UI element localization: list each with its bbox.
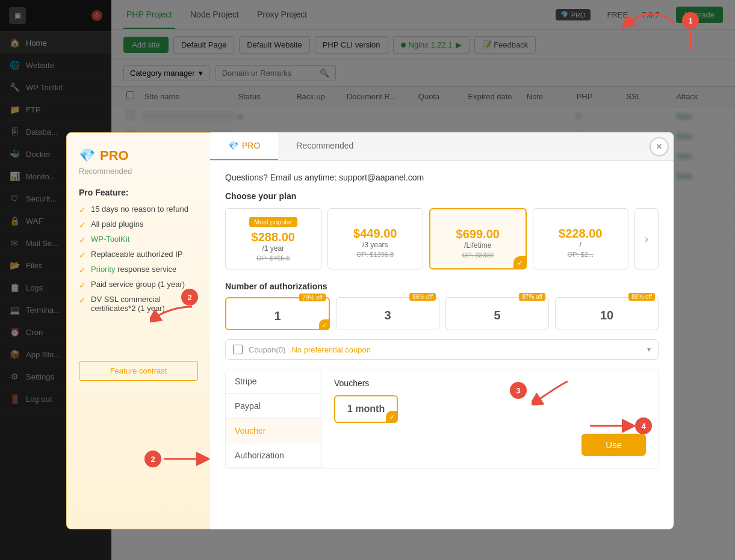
pro-right-panel: 💎 PRO Recommended × Questions? Email us … xyxy=(210,132,674,529)
pro-left-panel: 💎 PRO Recommended Pro Feature: ✓ 15 days… xyxy=(66,132,211,529)
auth-num-1: 1 xyxy=(232,309,323,323)
pro-feature-item: ✓ Paid service group (1 year) xyxy=(79,280,198,290)
coupon-text: No preferential coupon xyxy=(291,345,641,354)
modal-body: Questions? Email us anytime: support@aap… xyxy=(210,161,674,481)
auth-card-5[interactable]: 87% off 5 xyxy=(445,297,549,330)
step3-annotation: 3 xyxy=(510,375,580,405)
payment-voucher[interactable]: Voucher xyxy=(226,419,321,443)
payment-section: Stripe Paypal Voucher Authorization Vouc… xyxy=(225,369,659,469)
check-icon: ✓ xyxy=(79,205,86,215)
feature-service: Paid service group (1 year) xyxy=(91,280,185,289)
feature-priority: Priority response service xyxy=(91,265,176,274)
auth-title: Number of authorizations xyxy=(225,282,659,291)
check-icon: ✓ xyxy=(79,235,86,245)
auth-off-badge: 79% off xyxy=(299,294,326,301)
priority-text: Priority xyxy=(91,265,115,274)
plan-card-other[interactable]: $228.00 / OP: $2... xyxy=(533,208,629,269)
step2-voucher-annotation: 2 xyxy=(144,450,209,468)
step3-badge: 3 xyxy=(510,382,527,399)
diamond-icon: 💎 xyxy=(79,148,95,164)
coupon-chevron-icon: ▾ xyxy=(647,345,651,354)
modal-diamond-icon: 💎 xyxy=(228,141,238,150)
plan-op-1year: OP: $465.6 xyxy=(233,254,314,262)
voucher-month-text: 1 month xyxy=(347,404,385,414)
payment-methods: Stripe Paypal Voucher Authorization Vouc… xyxy=(226,369,658,468)
modal-tab-pro-label: PRO xyxy=(242,141,260,150)
modal-tab-recommended[interactable]: Recommended xyxy=(278,132,371,160)
step2-voucher-arrow xyxy=(161,450,209,468)
check-icon: ✓ xyxy=(79,265,86,275)
voucher-title: Vouchers xyxy=(334,378,646,388)
voucher-check-icon: ✓ xyxy=(386,411,398,423)
payment-left: Stripe Paypal Voucher Authorization xyxy=(226,369,322,468)
auth-card-1[interactable]: 79% off 1 xyxy=(225,297,330,330)
step3-arrow xyxy=(532,375,580,405)
plan-title: Choose your plan xyxy=(225,191,659,201)
modal-tab-recommended-label: Recommended xyxy=(296,141,353,150)
auth-off-badge: 86% off xyxy=(409,293,436,301)
coupon-label: Coupon(0) xyxy=(249,345,285,354)
check-icon: ✓ xyxy=(79,295,86,305)
payment-paypal[interactable]: Paypal xyxy=(226,394,321,419)
step1-arrow xyxy=(615,0,735,48)
plan-card-3years[interactable]: $449.00 /3 years OP: $1396.8 xyxy=(327,208,424,269)
check-icon: ✓ xyxy=(79,280,86,290)
plan-price-3years: $449.00 xyxy=(335,227,416,241)
step2-badge-2: 2 xyxy=(144,451,161,467)
pro-feature-item: ✓ Replaceable authorized IP xyxy=(79,250,198,260)
auth-num-5: 5 xyxy=(452,309,542,322)
auth-num-3: 3 xyxy=(343,309,433,322)
plan-op-other: OP: $2... xyxy=(541,251,621,258)
auth-off-badge: 87% off xyxy=(519,293,545,301)
feature-refund: 15 days no reason to refund xyxy=(91,205,188,214)
feature-plugins: All paid plugins xyxy=(91,220,143,229)
plan-period-3years: /3 years xyxy=(335,241,416,249)
modal-tab-pro[interactable]: 💎 PRO xyxy=(210,132,278,160)
plan-period-other: / xyxy=(541,241,621,249)
modal-close-button[interactable]: × xyxy=(650,137,669,156)
plan-period-1year: /1 year xyxy=(233,244,314,253)
plan-card-1year[interactable]: Most popular $288.00 /1 year OP: $465.6 xyxy=(225,208,321,269)
auth-card-3[interactable]: 86% off 3 xyxy=(336,297,439,330)
voucher-month-card[interactable]: 1 month ✓ xyxy=(334,395,398,423)
modal-email-text: Questions? Email us anytime: support@aap… xyxy=(225,173,659,182)
plan-card-lifetime[interactable]: $699.00 /Lifetime OP: $3330 xyxy=(429,208,527,269)
step2-badge: 2 xyxy=(181,289,198,306)
plan-op-lifetime: OP: $3330 xyxy=(438,251,518,259)
plan-price-lifetime: $699.00 xyxy=(438,227,518,241)
payment-authorization[interactable]: Authorization xyxy=(226,443,321,468)
step4-arrow xyxy=(587,414,635,438)
payment-stripe[interactable]: Stripe xyxy=(226,369,321,394)
plan-price-other: $228.00 xyxy=(541,227,621,241)
step4-annotation: 4 xyxy=(587,414,652,438)
check-icon: ✓ xyxy=(79,220,86,230)
feature-contrast-button[interactable]: Feature contrast xyxy=(79,361,198,381)
auth-off-badge: 88% off xyxy=(628,293,655,301)
pro-feature-item: ✓ 15 days no reason to refund xyxy=(79,205,198,215)
most-popular-badge: Most popular xyxy=(249,217,297,227)
pro-feature-title: Pro Feature: xyxy=(79,188,198,197)
plan-op-3years: OP: $1396.8 xyxy=(335,251,416,258)
auth-section: Number of authorizations 79% off 1 86% o… xyxy=(225,282,659,330)
pro-recommended-label: Recommended xyxy=(79,167,198,176)
plan-more-button[interactable]: › xyxy=(634,208,659,269)
step4-badge: 4 xyxy=(635,417,652,434)
modal-tab-bar: 💎 PRO Recommended × xyxy=(210,132,674,161)
pro-title-label: PRO xyxy=(100,148,129,164)
coupon-checkbox[interactable] xyxy=(233,345,243,354)
modal-overlay: 1 💎 PRO Recommended Pro Feature: ✓ 15 da… xyxy=(0,0,735,560)
auth-num-10: 10 xyxy=(562,309,652,322)
pro-feature-item: ✓ All paid plugins xyxy=(79,220,198,230)
auth-cards: 79% off 1 86% off 3 87% off 5 88% off 10 xyxy=(225,297,659,330)
check-icon: ✓ xyxy=(79,250,86,260)
coupon-row: Coupon(0) No preferential coupon ▾ xyxy=(225,339,659,360)
auth-card-10[interactable]: 88% off 10 xyxy=(555,297,659,330)
payment-right: Vouchers 1 month ✓ 3 xyxy=(322,369,658,468)
plan-period-lifetime: /Lifetime xyxy=(438,241,518,250)
plan-price-1year: $288.00 xyxy=(233,230,314,244)
pro-feature-item: ✓ WP-ToolKit xyxy=(79,235,198,245)
pro-title-row: 💎 PRO xyxy=(79,148,198,164)
pro-feature-item: ✓ Priority response service xyxy=(79,265,198,275)
plan-cards: Most popular $288.00 /1 year OP: $465.6 … xyxy=(225,208,659,269)
feature-wptoolkit: WP-ToolKit xyxy=(91,235,129,244)
